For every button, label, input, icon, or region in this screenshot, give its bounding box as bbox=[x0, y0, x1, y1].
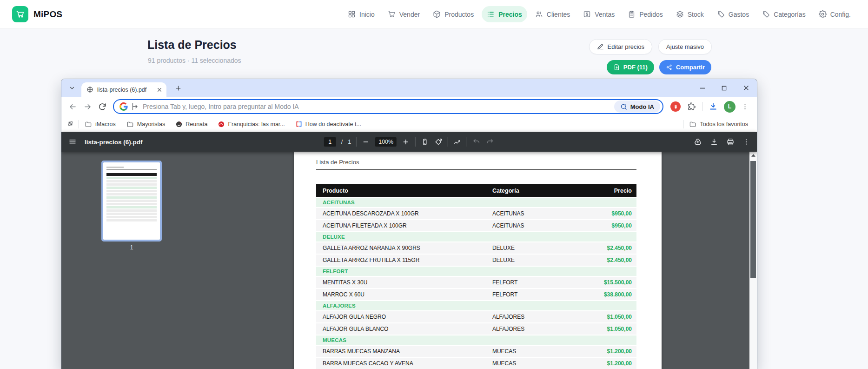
zoom-level[interactable]: 100% bbox=[375, 137, 397, 147]
pdf-export-label: PDF (11) bbox=[623, 64, 648, 71]
thumb-mini-row bbox=[106, 209, 157, 212]
forward-button[interactable] bbox=[80, 99, 95, 114]
pdf-scrollbar[interactable] bbox=[749, 152, 757, 369]
adblock-extension-icon[interactable] bbox=[670, 101, 681, 112]
bookmark-label: Mayoristas bbox=[137, 121, 165, 127]
rotate-icon[interactable] bbox=[434, 138, 443, 146]
fit-to-page-icon[interactable] bbox=[421, 138, 429, 146]
nav-label: Categorías bbox=[774, 11, 805, 18]
scrollbar-track[interactable] bbox=[749, 159, 757, 369]
folder-icon bbox=[126, 121, 134, 128]
tab-close-icon[interactable] bbox=[156, 87, 163, 93]
nav-item-config[interactable]: Config. bbox=[814, 6, 856, 22]
annotate-pen-icon[interactable] bbox=[453, 138, 462, 146]
nav-item-stock[interactable]: Stock bbox=[671, 6, 709, 22]
print-icon[interactable] bbox=[726, 138, 735, 146]
product-category: FELFORT bbox=[492, 291, 572, 298]
bulk-adjust-button[interactable]: Ajuste masivo bbox=[658, 39, 712, 54]
zoom-in-icon[interactable] bbox=[402, 138, 410, 146]
apps-grid-icon[interactable] bbox=[67, 121, 75, 128]
window-close-button[interactable] bbox=[735, 79, 757, 97]
all-bookmarks-label: Todos los favoritos bbox=[700, 121, 748, 127]
page-total: 1 bbox=[348, 139, 351, 145]
bookmarks-separator bbox=[683, 120, 683, 128]
product-name: GALLETA ARROZ FRUTILLA X 115GR bbox=[316, 257, 492, 263]
table-header-row: Producto Categoría Precio bbox=[316, 184, 636, 197]
product-row: BARRAS MUECAS MANZANAMUECAS$1.200,00 bbox=[316, 346, 636, 357]
google-g-icon bbox=[119, 102, 128, 111]
share-label: Compartir bbox=[676, 64, 705, 71]
thumb-mini-row bbox=[106, 180, 157, 182]
reload-button[interactable] bbox=[95, 99, 110, 114]
pdf-page-thumbnail[interactable] bbox=[103, 162, 160, 240]
downloads-icon[interactable] bbox=[709, 102, 718, 111]
nav-item-clientes[interactable]: Clientes bbox=[530, 6, 576, 22]
redo-icon[interactable] bbox=[486, 138, 494, 146]
product-price: $950,00 bbox=[572, 222, 636, 229]
window-maximize-button[interactable] bbox=[713, 79, 735, 97]
download-icon[interactable] bbox=[710, 138, 718, 146]
zoom-out-icon[interactable] bbox=[362, 138, 370, 146]
product-category: ACEITUNAS bbox=[492, 222, 572, 229]
nav-item-precios[interactable]: Precios bbox=[482, 6, 527, 22]
nav-item-ventas[interactable]: Ventas bbox=[578, 6, 620, 22]
document-header-rule bbox=[316, 169, 636, 170]
nav-item-productos[interactable]: Productos bbox=[428, 6, 479, 22]
tag-icon bbox=[717, 10, 725, 18]
plus-icon bbox=[175, 85, 182, 92]
product-name: MENTITAS X 30U bbox=[316, 279, 492, 286]
edit-prices-button[interactable]: Editar precios bbox=[589, 39, 652, 54]
undo-icon[interactable] bbox=[472, 138, 481, 146]
bookmark-franquiciaslas[interactable]: Franquicias: las mar... bbox=[218, 121, 285, 127]
site-redblue-icon bbox=[296, 121, 302, 127]
address-bar[interactable]: Presiona Tab y, luego, Intro para pregun… bbox=[113, 99, 663, 114]
scrollbar-thumb[interactable] bbox=[750, 161, 756, 278]
nav-item-categoras[interactable]: Categorías bbox=[757, 6, 810, 22]
bookmark-howdodeactivat[interactable]: How do deactivate t... bbox=[296, 121, 361, 127]
page-number-input[interactable]: 1 bbox=[324, 137, 336, 147]
all-bookmarks-button[interactable]: Todos los favoritos bbox=[689, 121, 748, 128]
thumb-mini-row bbox=[106, 187, 157, 189]
bookmark-imacros[interactable]: iMacros bbox=[85, 121, 116, 128]
thumb-mini-row bbox=[106, 177, 157, 179]
tag-icon bbox=[762, 10, 770, 18]
edit-prices-label: Editar precios bbox=[608, 43, 644, 50]
bookmark-reunata[interactable]: Reunata bbox=[176, 121, 207, 127]
product-category: FELFORT bbox=[492, 279, 572, 286]
product-category: ALFAJORES bbox=[492, 314, 572, 320]
share-button[interactable]: Compartir bbox=[659, 60, 711, 74]
pdf-export-button[interactable]: PDF (11) bbox=[607, 60, 654, 74]
nav-item-inicio[interactable]: Inicio bbox=[343, 6, 380, 22]
nav-item-vender[interactable]: Vender bbox=[383, 6, 425, 22]
window-minimize-button[interactable] bbox=[691, 79, 713, 97]
product-category: ALFAJORES bbox=[492, 326, 572, 332]
nav-item-pedidos[interactable]: Pedidos bbox=[623, 6, 668, 22]
product-name: ALFAJOR GULA NEGRO bbox=[316, 314, 492, 320]
pdf-more-icon[interactable] bbox=[742, 138, 750, 146]
product-price: $1.200,00 bbox=[572, 348, 636, 355]
pdf-menu-icon[interactable] bbox=[68, 138, 77, 146]
profile-avatar[interactable]: L bbox=[724, 101, 735, 113]
dollar-icon bbox=[583, 10, 591, 18]
toolbar-separator bbox=[702, 102, 702, 111]
gear-icon bbox=[819, 10, 827, 18]
globe-favicon-icon bbox=[86, 86, 93, 93]
kebab-menu-icon[interactable] bbox=[742, 103, 749, 110]
save-to-drive-icon[interactable] bbox=[694, 138, 702, 146]
browser-tab[interactable]: lista-precios (6).pdf bbox=[81, 82, 166, 97]
page-title: Lista de Precios bbox=[147, 38, 237, 52]
new-tab-button[interactable] bbox=[172, 82, 184, 94]
product-name: BARRAS MUECAS MANZANA bbox=[316, 348, 492, 355]
nav-item-gastos[interactable]: Gastos bbox=[712, 6, 754, 22]
document-header: Lista de Precios bbox=[294, 152, 662, 166]
folder-icon bbox=[689, 121, 696, 128]
pdf-page: Lista de Precios Producto Categoría Prec… bbox=[294, 152, 662, 369]
tab-search-button[interactable] bbox=[66, 81, 79, 94]
brand-name: MiPOS bbox=[33, 9, 62, 20]
bookmark-mayoristas[interactable]: Mayoristas bbox=[126, 121, 165, 128]
folder-icon bbox=[85, 121, 92, 128]
extensions-puzzle-icon[interactable] bbox=[687, 102, 696, 111]
scroll-up-arrow-icon[interactable] bbox=[749, 152, 757, 159]
ai-mode-button[interactable]: Modo IA bbox=[614, 101, 660, 113]
back-button[interactable] bbox=[65, 99, 80, 114]
